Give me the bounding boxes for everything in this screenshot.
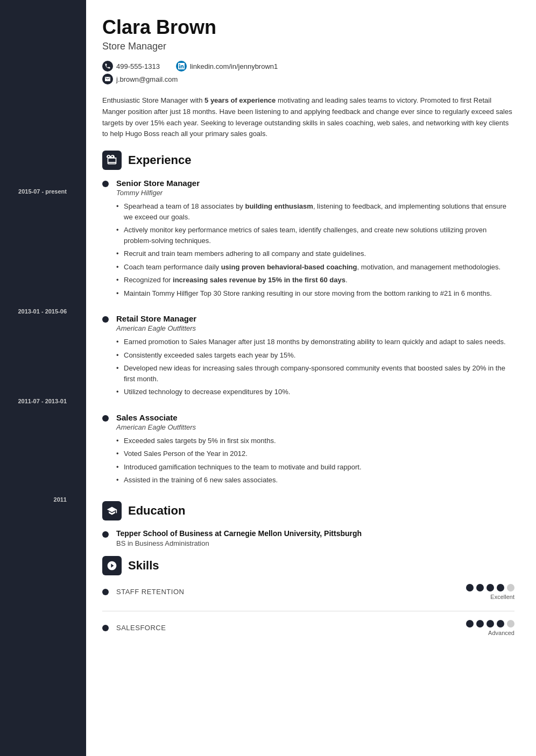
skill-divider: [102, 611, 514, 611]
dot-2-3: [486, 620, 494, 627]
experience-section-header: Experience: [102, 151, 514, 170]
date-education: 2011: [0, 405, 86, 503]
entry-content-3: Sales Associate American Eagle Outfitter…: [116, 413, 514, 488]
entry-bullet-1: [102, 181, 109, 187]
date-sales-associate: 2011-07 - 2013-01: [0, 315, 86, 405]
bullet-1-3: Recruit and train team members adhering …: [116, 248, 514, 259]
job-title-2: Retail Store Manager: [116, 314, 514, 323]
sidebar: 2015-07 - present 2013-01 - 2015-06 2011…: [0, 0, 86, 756]
dot-2-5: [507, 620, 514, 627]
bullet-1-6: Maintain Tommy Hilfiger Top 30 Store ran…: [116, 288, 514, 299]
skill-label-1: Excellent: [490, 594, 514, 600]
skills-section-header: Skills: [102, 556, 514, 575]
bullets-1: Spearhead a team of 18 associates by bui…: [116, 201, 514, 298]
email-contact: j.brown@gmail.com: [102, 74, 178, 84]
skill-row-2: SALESFORCE Advanced: [102, 620, 514, 636]
company-3: American Eagle Outfitters: [116, 423, 514, 431]
dot-1-5: [507, 584, 514, 591]
bullet-2-3: Developed new ideas for increasing sales…: [116, 363, 514, 384]
dot-1-3: [486, 584, 494, 591]
dot-1-4: [497, 584, 504, 591]
header: Clara Brown Store Manager 499-555-1313: [102, 16, 514, 84]
skill-bullet-1: [102, 589, 109, 595]
bullet-3-1: Exceeded sales targets by 5% in first si…: [116, 436, 514, 446]
date-senior-store-manager: 2015-07 - present: [0, 108, 86, 195]
dot-2-2: [476, 620, 484, 627]
bullets-3: Exceeded sales targets by 5% in first si…: [116, 436, 514, 486]
skill-name-1: STAFF RETENTION: [116, 588, 466, 596]
contact-row-2: j.brown@gmail.com: [102, 74, 514, 84]
bullet-1-2: Actively monitor key performance metrics…: [116, 225, 514, 246]
linkedin-contact: linkedin.com/in/jennybrown1: [176, 61, 278, 72]
linkedin-url: linkedin.com/in/jennybrown1: [190, 62, 278, 70]
skills-title: Skills: [128, 559, 159, 573]
edu-content-1: Tepper School of Business at Carnegie Me…: [116, 529, 514, 547]
skill-dots-1: Excellent: [466, 584, 514, 600]
experience-icon: [102, 151, 122, 170]
skill-label-2: Advanced: [488, 630, 514, 636]
skill-bullet-2: [102, 625, 109, 631]
bullets-2: Earned promotion to Sales Manager after …: [116, 337, 514, 397]
candidate-title: Store Manager: [102, 41, 514, 52]
main-content: Clara Brown Store Manager 499-555-1313: [86, 0, 536, 756]
education-section-header: Education: [102, 501, 514, 520]
experience-entry-1: Senior Store Manager Tommy Hilfiger Spea…: [102, 179, 514, 301]
company-2: American Eagle Outfitters: [116, 324, 514, 332]
entry-content-1: Senior Store Manager Tommy Hilfiger Spea…: [116, 179, 514, 301]
linkedin-icon: [176, 61, 187, 72]
education-entry-1: Tepper School of Business at Carnegie Me…: [102, 529, 514, 547]
bullet-1-1: Spearhead a team of 18 associates by bui…: [116, 201, 514, 222]
education-icon: [102, 501, 122, 520]
skill-name-2: SALESFORCE: [116, 624, 466, 632]
bullet-2-4: Utilized technology to decrease expendit…: [116, 387, 514, 397]
resume-container: 2015-07 - present 2013-01 - 2015-06 2011…: [0, 0, 536, 756]
institution-name: Tepper School of Business at Carnegie Me…: [116, 529, 514, 538]
job-title-3: Sales Associate: [116, 413, 514, 422]
bullet-2-1: Earned promotion to Sales Manager after …: [116, 337, 514, 347]
dots-row-2: [466, 620, 514, 627]
phone-contact: 499-555-1313: [102, 61, 160, 72]
dot-2-4: [497, 620, 504, 627]
bullet-3-4: Assisted in the training of 6 new sales …: [116, 475, 514, 486]
skill-dots-2: Advanced: [466, 620, 514, 636]
skills-icon: [102, 556, 122, 575]
experience-entry-3: Sales Associate American Eagle Outfitter…: [102, 413, 514, 488]
phone-number: 499-555-1313: [116, 62, 160, 70]
job-title-1: Senior Store Manager: [116, 179, 514, 188]
bullet-3-3: Introduced gamification techniques to th…: [116, 462, 514, 473]
bullet-1-4: Coach team performance daily using prove…: [116, 262, 514, 273]
dot-1-1: [466, 584, 474, 591]
company-1: Tommy Hilfiger: [116, 189, 514, 197]
degree: BS in Business Administration: [116, 539, 514, 547]
experience-title: Experience: [128, 153, 191, 167]
date-retail-store-manager: 2013-01 - 2015-06: [0, 195, 86, 315]
email-icon: [102, 74, 113, 84]
dots-row-1: [466, 584, 514, 591]
experience-entry-2: Retail Store Manager American Eagle Outf…: [102, 314, 514, 400]
bullet-1-5: Recognized for increasing sales revenue …: [116, 275, 514, 286]
contact-row-1: 499-555-1313 linkedin.com/in/jennybrown1: [102, 61, 514, 72]
candidate-name: Clara Brown: [102, 16, 514, 39]
entry-bullet-3: [102, 415, 109, 422]
entry-bullet-2: [102, 316, 109, 323]
phone-icon: [102, 61, 113, 72]
summary: Enthusiastic Store Manager with 5 years …: [102, 95, 514, 140]
edu-bullet-1: [102, 531, 109, 538]
bullet-3-2: Voted Sales Person of the Year in 2012.: [116, 448, 514, 459]
entry-content-2: Retail Store Manager American Eagle Outf…: [116, 314, 514, 400]
email-address: j.brown@gmail.com: [116, 75, 178, 83]
dot-2-1: [466, 620, 474, 627]
bullet-2-2: Consistently exceeded sales targets each…: [116, 350, 514, 361]
skill-row-1: STAFF RETENTION Excellent: [102, 584, 514, 600]
education-title: Education: [128, 504, 185, 518]
dot-1-2: [476, 584, 484, 591]
